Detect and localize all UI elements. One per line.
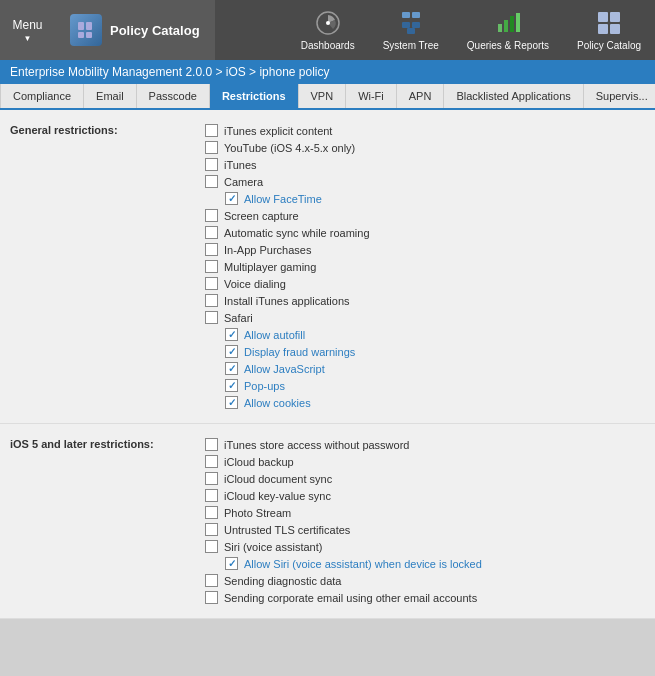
checkbox-untrusted-tls[interactable] [205, 523, 218, 536]
tab-bar: ComplianceEmailPasscodeRestrictionsVPNWi… [0, 84, 655, 110]
check-label-fraud-warnings[interactable]: Display fraud warnings [244, 346, 355, 358]
tab-blacklisted-apps[interactable]: Blacklisted Applications [444, 84, 583, 108]
dashboards-label: Dashboards [301, 40, 355, 51]
check-label-itunes: iTunes [224, 159, 257, 171]
check-row-allow-autofill: Allow autofill [205, 326, 645, 343]
tab-email[interactable]: Email [84, 84, 137, 108]
policy-catalog-nav-icon [595, 9, 623, 37]
nav-system-tree[interactable]: System Tree [369, 0, 453, 60]
check-row-popups: Pop-ups [205, 377, 645, 394]
tab-vpn[interactable]: VPN [299, 84, 347, 108]
menu-button[interactable]: Menu ▼ [0, 0, 55, 60]
check-label-allow-autofill[interactable]: Allow autofill [244, 329, 305, 341]
checkbox-allow-siri-locked[interactable] [225, 557, 238, 570]
section-content-ios5-restrictions: iTunes store access without passwordiClo… [205, 436, 645, 606]
check-row-screen-capture: Screen capture [205, 207, 645, 224]
tab-restrictions[interactable]: Restrictions [210, 84, 299, 108]
checkbox-itunes-store-no-password[interactable] [205, 438, 218, 451]
checkbox-auto-sync-roaming[interactable] [205, 226, 218, 239]
check-row-multiplayer-gaming: Multiplayer gaming [205, 258, 645, 275]
checkbox-safari[interactable] [205, 311, 218, 324]
nav-icons: Dashboards System Tree [215, 0, 655, 60]
menu-arrow: ▼ [24, 34, 32, 43]
check-label-allow-cookies[interactable]: Allow cookies [244, 397, 311, 409]
check-label-allow-javascript[interactable]: Allow JavaScript [244, 363, 325, 375]
check-row-youtube: YouTube (iOS 4.x-5.x only) [205, 139, 645, 156]
checkbox-allow-javascript[interactable] [225, 362, 238, 375]
policy-catalog-nav-label: Policy Catalog [577, 40, 641, 51]
checkbox-install-itunes-apps[interactable] [205, 294, 218, 307]
checkbox-itunes[interactable] [205, 158, 218, 171]
checkbox-allow-autofill[interactable] [225, 328, 238, 341]
check-label-icloud-kv-sync: iCloud key-value sync [224, 490, 331, 502]
policy-catalog-icon [70, 14, 102, 46]
checkbox-popups[interactable] [225, 379, 238, 392]
check-label-icloud-doc-sync: iCloud document sync [224, 473, 332, 485]
policy-catalog-label: Policy Catalog [110, 23, 200, 38]
checkbox-icloud-kv-sync[interactable] [205, 489, 218, 502]
svg-rect-16 [610, 12, 620, 22]
tab-compliance[interactable]: Compliance [0, 84, 84, 108]
check-row-sending-corporate-email: Sending corporate email using other emai… [205, 589, 645, 606]
svg-rect-1 [86, 22, 92, 30]
svg-rect-17 [598, 24, 608, 34]
section-ios5-restrictions: iOS 5 and later restrictions:iTunes stor… [0, 424, 655, 619]
svg-rect-10 [407, 28, 415, 34]
checkbox-itunes-explicit[interactable] [205, 124, 218, 137]
checkbox-fraud-warnings[interactable] [225, 345, 238, 358]
check-label-allow-siri-locked[interactable]: Allow Siri (voice assistant) when device… [244, 558, 482, 570]
check-label-photo-stream: Photo Stream [224, 507, 291, 519]
check-label-allow-facetime[interactable]: Allow FaceTime [244, 193, 322, 205]
check-label-install-itunes-apps: Install iTunes applications [224, 295, 350, 307]
svg-rect-15 [598, 12, 608, 22]
nav-dashboards[interactable]: Dashboards [287, 0, 369, 60]
tab-passcode[interactable]: Passcode [137, 84, 210, 108]
svg-rect-14 [516, 13, 520, 32]
checkbox-allow-facetime[interactable] [225, 192, 238, 205]
check-label-siri: Siri (voice assistant) [224, 541, 322, 553]
check-label-sending-diagnostic: Sending diagnostic data [224, 575, 341, 587]
check-row-fraud-warnings: Display fraud warnings [205, 343, 645, 360]
check-row-auto-sync-roaming: Automatic sync while roaming [205, 224, 645, 241]
check-row-allow-cookies: Allow cookies [205, 394, 645, 411]
checkbox-youtube[interactable] [205, 141, 218, 154]
system-tree-label: System Tree [383, 40, 439, 51]
svg-rect-11 [498, 24, 502, 32]
tab-wifi[interactable]: Wi-Fi [346, 84, 397, 108]
checkbox-multiplayer-gaming[interactable] [205, 260, 218, 273]
nav-policy-catalog[interactable]: Policy Catalog [563, 0, 655, 60]
svg-rect-0 [78, 22, 84, 30]
menu-label: Menu [12, 18, 42, 32]
check-row-itunes-store-no-password: iTunes store access without password [205, 436, 645, 453]
svg-rect-18 [610, 24, 620, 34]
tab-supervised[interactable]: Supervis... [584, 84, 655, 108]
check-label-sending-corporate-email: Sending corporate email using other emai… [224, 592, 477, 604]
checkbox-sending-corporate-email[interactable] [205, 591, 218, 604]
checkbox-siri[interactable] [205, 540, 218, 553]
tab-apn[interactable]: APN [397, 84, 445, 108]
check-row-icloud-kv-sync: iCloud key-value sync [205, 487, 645, 504]
check-label-safari: Safari [224, 312, 253, 324]
check-row-allow-siri-locked: Allow Siri (voice assistant) when device… [205, 555, 645, 572]
section-general-restrictions: General restrictions:iTunes explicit con… [0, 110, 655, 424]
checkbox-sending-diagnostic[interactable] [205, 574, 218, 587]
check-label-itunes-store-no-password: iTunes store access without password [224, 439, 409, 451]
checkbox-allow-cookies[interactable] [225, 396, 238, 409]
svg-rect-9 [412, 22, 420, 28]
check-label-popups[interactable]: Pop-ups [244, 380, 285, 392]
checkbox-icloud-backup[interactable] [205, 455, 218, 468]
check-row-camera: Camera [205, 173, 645, 190]
check-row-install-itunes-apps: Install iTunes applications [205, 292, 645, 309]
checkbox-voice-dialing[interactable] [205, 277, 218, 290]
checkbox-in-app-purchases[interactable] [205, 243, 218, 256]
content-area: General restrictions:iTunes explicit con… [0, 110, 655, 619]
check-label-auto-sync-roaming: Automatic sync while roaming [224, 227, 370, 239]
checkbox-screen-capture[interactable] [205, 209, 218, 222]
checkbox-photo-stream[interactable] [205, 506, 218, 519]
checkbox-icloud-doc-sync[interactable] [205, 472, 218, 485]
checkbox-camera[interactable] [205, 175, 218, 188]
check-row-safari: Safari [205, 309, 645, 326]
check-label-youtube: YouTube (iOS 4.x-5.x only) [224, 142, 355, 154]
check-label-icloud-backup: iCloud backup [224, 456, 294, 468]
nav-queries-reports[interactable]: Queries & Reports [453, 0, 563, 60]
